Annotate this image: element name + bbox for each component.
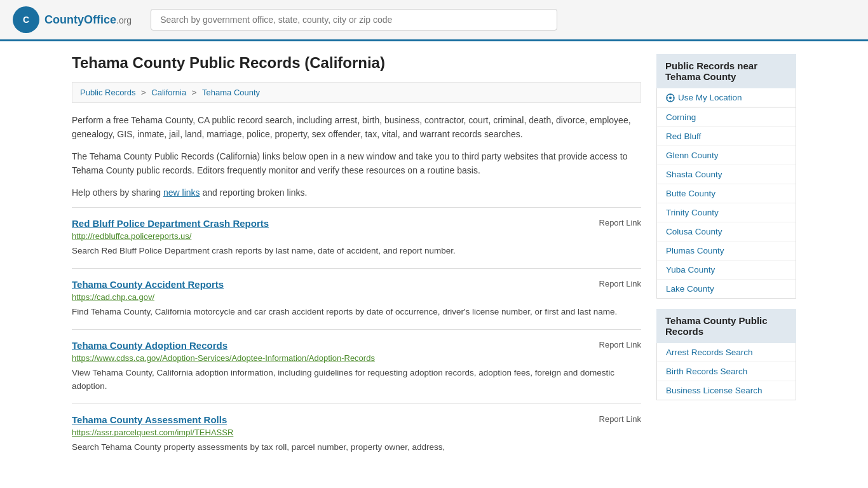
use-my-location-label: Use My Location: [678, 93, 742, 102]
record-url[interactable]: https://cad.chp.ca.gov/: [72, 292, 641, 302]
record-url[interactable]: https://www.cdss.ca.gov/Adoption-Service…: [72, 353, 641, 363]
search-bar[interactable]: [151, 9, 557, 30]
sidebar: Public Records near Tehama County Use My…: [656, 54, 796, 464]
breadcrumb-public-records[interactable]: Public Records: [80, 88, 135, 97]
nearby-list-item[interactable]: Corning: [657, 108, 796, 127]
nearby-list-item[interactable]: Plumas County: [657, 241, 796, 261]
record-item: Tehama County Assessment Rolls Report Li…: [72, 403, 641, 464]
record-title[interactable]: Tehama County Accident Reports: [72, 279, 224, 290]
search-input[interactable]: [151, 9, 557, 30]
record-title[interactable]: Tehama County Assessment Rolls: [72, 414, 227, 425]
nearby-link[interactable]: Glenn County: [657, 146, 796, 165]
intro-paragraph-3: Help others by sharing new links and rep…: [72, 186, 641, 200]
site-header: C CountyOffice.org: [0, 0, 868, 41]
record-header: Red Bluff Police Department Crash Report…: [72, 218, 641, 229]
nearby-link[interactable]: Trinity County: [657, 203, 796, 222]
nearby-list-item[interactable]: Trinity County: [657, 203, 796, 222]
nearby-link[interactable]: Colusa County: [657, 222, 796, 241]
records-link-item[interactable]: Arrest Records Search: [657, 343, 796, 362]
report-link-button[interactable]: Report Link: [599, 340, 641, 349]
records-section: Tehama County Public Records Arrest Reco…: [656, 309, 796, 400]
main-content: Tehama County Public Records (California…: [72, 54, 641, 464]
record-item: Red Bluff Police Department Crash Report…: [72, 207, 641, 268]
svg-point-3: [669, 97, 672, 99]
intro-paragraph-2: The Tehama County Public Records (Califo…: [72, 149, 641, 178]
record-title[interactable]: Tehama County Adoption Records: [72, 340, 227, 351]
records-sidebar-link[interactable]: Birth Records Search: [657, 362, 796, 381]
record-item: Tehama County Accident Reports Report Li…: [72, 268, 641, 329]
records-links-list: Arrest Records SearchBirth Records Searc…: [656, 343, 796, 400]
report-link-button[interactable]: Report Link: [599, 414, 641, 424]
nearby-link[interactable]: Yuba County: [657, 261, 796, 279]
records-section-header: Tehama County Public Records: [656, 309, 796, 343]
nearby-list: Use My Location CorningRed BluffGlenn Co…: [656, 88, 796, 299]
breadcrumb: Public Records > California > Tehama Cou…: [72, 82, 641, 103]
records-sidebar-link[interactable]: Arrest Records Search: [657, 343, 796, 362]
nearby-list-item[interactable]: Shasta County: [657, 165, 796, 184]
report-link-button[interactable]: Report Link: [599, 279, 641, 288]
record-header: Tehama County Accident Reports Report Li…: [72, 279, 641, 290]
svg-text:C: C: [23, 15, 29, 25]
report-link-button[interactable]: Report Link: [599, 218, 641, 227]
records-link-item[interactable]: Business License Search: [657, 381, 796, 400]
record-header: Tehama County Adoption Records Report Li…: [72, 340, 641, 351]
nearby-link[interactable]: Butte County: [657, 184, 796, 203]
logo-text: CountyOffice.org: [44, 13, 132, 27]
nearby-link[interactable]: Red Bluff: [657, 127, 796, 146]
main-container: Tehama County Public Records (California…: [59, 41, 809, 477]
record-desc: Search Red Bluff Police Department crash…: [72, 245, 641, 258]
nearby-link[interactable]: Shasta County: [657, 165, 796, 184]
nearby-link[interactable]: Lake County: [657, 280, 796, 298]
nearby-list-item[interactable]: Red Bluff: [657, 127, 796, 146]
record-desc: Find Tehama County, California motorcycl…: [72, 306, 641, 319]
nearby-list-item[interactable]: Colusa County: [657, 222, 796, 241]
use-my-location-item[interactable]: Use My Location: [657, 88, 796, 108]
record-url[interactable]: http://redbluffca.policereports.us/: [72, 231, 641, 241]
nearby-list-item[interactable]: Lake County: [657, 280, 796, 298]
nearby-link[interactable]: Plumas County: [657, 241, 796, 260]
record-header: Tehama County Assessment Rolls Report Li…: [72, 414, 641, 425]
nearby-list-item[interactable]: Yuba County: [657, 261, 796, 280]
nearby-link[interactable]: Corning: [657, 108, 796, 126]
breadcrumb-california[interactable]: California: [151, 88, 186, 97]
record-item: Tehama County Adoption Records Report Li…: [72, 329, 641, 403]
nearby-section: Public Records near Tehama County Use My…: [656, 54, 796, 299]
intro-paragraph-1: Perform a free Tehama County, CA public …: [72, 113, 641, 142]
nearby-header: Public Records near Tehama County: [656, 54, 796, 88]
use-my-location-link[interactable]: Use My Location: [657, 88, 796, 107]
logo-icon: C: [13, 6, 39, 33]
record-url[interactable]: https://assr.parcelquest.com/impl/TEHASS…: [72, 428, 641, 437]
record-desc: Search Tehama County property assessment…: [72, 441, 641, 454]
nearby-list-item[interactable]: Butte County: [657, 184, 796, 203]
records-link-item[interactable]: Birth Records Search: [657, 362, 796, 381]
records-list: Red Bluff Police Department Crash Report…: [72, 207, 641, 464]
location-icon: [666, 93, 675, 102]
breadcrumb-tehama-county[interactable]: Tehama County: [202, 88, 260, 97]
site-logo[interactable]: C CountyOffice.org: [13, 6, 132, 33]
record-desc: View Tehama County, California adoption …: [72, 367, 641, 393]
record-title[interactable]: Red Bluff Police Department Crash Report…: [72, 218, 269, 229]
nearby-list-item[interactable]: Glenn County: [657, 146, 796, 165]
records-sidebar-link[interactable]: Business License Search: [657, 381, 796, 400]
page-title: Tehama County Public Records (California…: [72, 54, 641, 72]
new-links-link[interactable]: new links: [163, 187, 200, 198]
